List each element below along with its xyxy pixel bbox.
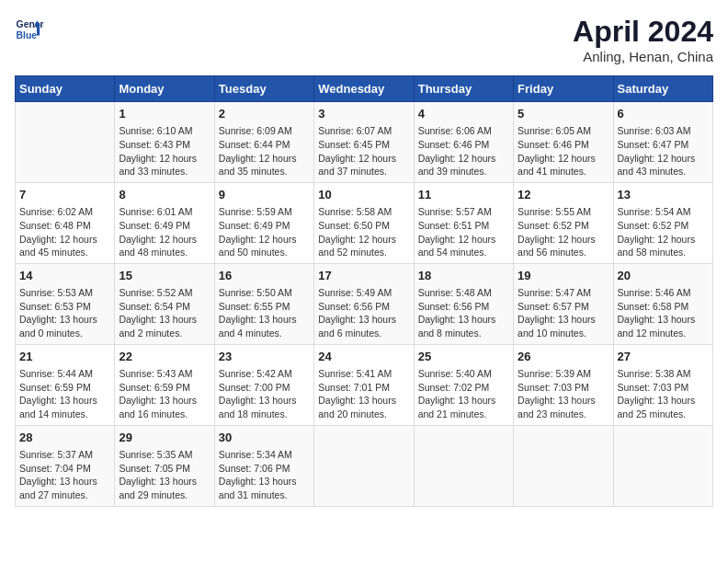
day-info: Sunrise: 5:39 AM Sunset: 7:03 PM Dayligh… xyxy=(518,367,609,421)
day-info: Sunrise: 5:43 AM Sunset: 6:59 PM Dayligh… xyxy=(119,367,210,421)
day-info: Sunrise: 5:47 AM Sunset: 6:57 PM Dayligh… xyxy=(518,286,609,340)
column-header-saturday: Saturday xyxy=(613,76,712,102)
day-info: Sunrise: 5:59 AM Sunset: 6:49 PM Dayligh… xyxy=(219,205,310,259)
day-info: Sunrise: 5:38 AM Sunset: 7:03 PM Dayligh… xyxy=(618,367,709,421)
calendar-cell: 11Sunrise: 5:57 AM Sunset: 6:51 PM Dayli… xyxy=(414,182,513,263)
subtitle: Anling, Henan, China xyxy=(573,49,713,64)
day-info: Sunrise: 6:09 AM Sunset: 6:44 PM Dayligh… xyxy=(219,124,310,178)
day-info: Sunrise: 5:52 AM Sunset: 6:54 PM Dayligh… xyxy=(119,286,210,340)
day-info: Sunrise: 5:54 AM Sunset: 6:52 PM Dayligh… xyxy=(618,205,709,259)
calendar-cell xyxy=(16,102,115,183)
page-header: General Blue April 2024 Anling, Henan, C… xyxy=(15,15,713,64)
day-number: 11 xyxy=(418,187,509,203)
day-info: Sunrise: 6:01 AM Sunset: 6:49 PM Dayligh… xyxy=(119,205,210,259)
calendar-cell xyxy=(514,425,613,506)
day-number: 4 xyxy=(418,106,509,122)
day-info: Sunrise: 5:37 AM Sunset: 7:04 PM Dayligh… xyxy=(19,448,110,502)
column-header-wednesday: Wednesday xyxy=(314,76,414,102)
day-info: Sunrise: 5:41 AM Sunset: 7:01 PM Dayligh… xyxy=(318,367,409,421)
calendar-cell: 16Sunrise: 5:50 AM Sunset: 6:55 PM Dayli… xyxy=(214,263,313,344)
calendar-table: SundayMondayTuesdayWednesdayThursdayFrid… xyxy=(15,75,713,507)
day-number: 6 xyxy=(618,106,709,122)
calendar-cell: 20Sunrise: 5:46 AM Sunset: 6:58 PM Dayli… xyxy=(613,263,712,344)
day-number: 22 xyxy=(119,349,210,365)
calendar-cell: 22Sunrise: 5:43 AM Sunset: 6:59 PM Dayli… xyxy=(115,344,214,425)
calendar-cell xyxy=(613,425,712,506)
day-number: 26 xyxy=(518,349,609,365)
logo: General Blue xyxy=(15,15,44,44)
week-row-5: 28Sunrise: 5:37 AM Sunset: 7:04 PM Dayli… xyxy=(16,425,713,506)
column-header-friday: Friday xyxy=(514,76,613,102)
calendar-cell: 12Sunrise: 5:55 AM Sunset: 6:52 PM Dayli… xyxy=(514,182,613,263)
calendar-cell: 2Sunrise: 6:09 AM Sunset: 6:44 PM Daylig… xyxy=(214,102,313,183)
calendar-cell: 15Sunrise: 5:52 AM Sunset: 6:54 PM Dayli… xyxy=(115,263,214,344)
calendar-cell: 17Sunrise: 5:49 AM Sunset: 6:56 PM Dayli… xyxy=(314,263,414,344)
calendar-cell xyxy=(314,425,414,506)
calendar-cell: 24Sunrise: 5:41 AM Sunset: 7:01 PM Dayli… xyxy=(314,344,414,425)
day-info: Sunrise: 6:02 AM Sunset: 6:48 PM Dayligh… xyxy=(19,205,110,259)
day-number: 19 xyxy=(518,268,609,284)
svg-text:Blue: Blue xyxy=(17,30,38,40)
day-info: Sunrise: 5:50 AM Sunset: 6:55 PM Dayligh… xyxy=(219,286,310,340)
day-number: 5 xyxy=(518,106,609,122)
day-number: 3 xyxy=(318,106,409,122)
day-number: 29 xyxy=(119,430,210,446)
calendar-cell: 14Sunrise: 5:53 AM Sunset: 6:53 PM Dayli… xyxy=(16,263,115,344)
calendar-cell: 30Sunrise: 5:34 AM Sunset: 7:06 PM Dayli… xyxy=(214,425,313,506)
column-header-sunday: Sunday xyxy=(16,76,115,102)
day-info: Sunrise: 5:44 AM Sunset: 6:59 PM Dayligh… xyxy=(19,367,110,421)
day-info: Sunrise: 5:35 AM Sunset: 7:05 PM Dayligh… xyxy=(119,448,210,502)
week-row-4: 21Sunrise: 5:44 AM Sunset: 6:59 PM Dayli… xyxy=(16,344,713,425)
calendar-cell: 23Sunrise: 5:42 AM Sunset: 7:00 PM Dayli… xyxy=(214,344,313,425)
calendar-cell: 5Sunrise: 6:05 AM Sunset: 6:46 PM Daylig… xyxy=(514,102,613,183)
main-title: April 2024 xyxy=(573,15,713,49)
day-info: Sunrise: 5:49 AM Sunset: 6:56 PM Dayligh… xyxy=(318,286,409,340)
day-info: Sunrise: 6:03 AM Sunset: 6:47 PM Dayligh… xyxy=(618,124,709,178)
day-number: 2 xyxy=(219,106,310,122)
column-header-monday: Monday xyxy=(115,76,214,102)
calendar-cell: 8Sunrise: 6:01 AM Sunset: 6:49 PM Daylig… xyxy=(115,182,214,263)
day-number: 24 xyxy=(318,349,409,365)
day-number: 14 xyxy=(19,268,110,284)
calendar-cell: 28Sunrise: 5:37 AM Sunset: 7:04 PM Dayli… xyxy=(16,425,115,506)
column-header-tuesday: Tuesday xyxy=(214,76,313,102)
logo-icon: General Blue xyxy=(15,15,44,44)
day-number: 27 xyxy=(618,349,709,365)
day-number: 28 xyxy=(19,430,110,446)
day-number: 16 xyxy=(219,268,310,284)
day-number: 13 xyxy=(618,187,709,203)
day-info: Sunrise: 6:07 AM Sunset: 6:45 PM Dayligh… xyxy=(318,124,409,178)
day-number: 30 xyxy=(219,430,310,446)
day-info: Sunrise: 5:58 AM Sunset: 6:50 PM Dayligh… xyxy=(318,205,409,259)
day-number: 8 xyxy=(119,187,210,203)
day-number: 23 xyxy=(219,349,310,365)
week-row-3: 14Sunrise: 5:53 AM Sunset: 6:53 PM Dayli… xyxy=(16,263,713,344)
day-info: Sunrise: 5:53 AM Sunset: 6:53 PM Dayligh… xyxy=(19,286,110,340)
week-row-2: 7Sunrise: 6:02 AM Sunset: 6:48 PM Daylig… xyxy=(16,182,713,263)
calendar-cell: 1Sunrise: 6:10 AM Sunset: 6:43 PM Daylig… xyxy=(115,102,214,183)
calendar-cell: 27Sunrise: 5:38 AM Sunset: 7:03 PM Dayli… xyxy=(613,344,712,425)
day-info: Sunrise: 5:40 AM Sunset: 7:02 PM Dayligh… xyxy=(418,367,509,421)
day-number: 15 xyxy=(119,268,210,284)
day-info: Sunrise: 6:10 AM Sunset: 6:43 PM Dayligh… xyxy=(119,124,210,178)
calendar-cell: 4Sunrise: 6:06 AM Sunset: 6:46 PM Daylig… xyxy=(414,102,513,183)
calendar-cell: 10Sunrise: 5:58 AM Sunset: 6:50 PM Dayli… xyxy=(314,182,414,263)
day-info: Sunrise: 5:48 AM Sunset: 6:56 PM Dayligh… xyxy=(418,286,509,340)
day-number: 18 xyxy=(418,268,509,284)
day-info: Sunrise: 5:46 AM Sunset: 6:58 PM Dayligh… xyxy=(618,286,709,340)
day-number: 21 xyxy=(19,349,110,365)
day-number: 1 xyxy=(119,106,210,122)
day-info: Sunrise: 5:42 AM Sunset: 7:00 PM Dayligh… xyxy=(219,367,310,421)
calendar-cell: 13Sunrise: 5:54 AM Sunset: 6:52 PM Dayli… xyxy=(613,182,712,263)
calendar-cell: 7Sunrise: 6:02 AM Sunset: 6:48 PM Daylig… xyxy=(16,182,115,263)
calendar-cell: 3Sunrise: 6:07 AM Sunset: 6:45 PM Daylig… xyxy=(314,102,414,183)
week-row-1: 1Sunrise: 6:10 AM Sunset: 6:43 PM Daylig… xyxy=(16,102,713,183)
calendar-cell: 18Sunrise: 5:48 AM Sunset: 6:56 PM Dayli… xyxy=(414,263,513,344)
day-number: 25 xyxy=(418,349,509,365)
calendar-cell xyxy=(414,425,513,506)
column-headers: SundayMondayTuesdayWednesdayThursdayFrid… xyxy=(16,76,713,102)
day-info: Sunrise: 5:34 AM Sunset: 7:06 PM Dayligh… xyxy=(219,448,310,502)
title-block: April 2024 Anling, Henan, China xyxy=(573,15,713,64)
calendar-cell: 6Sunrise: 6:03 AM Sunset: 6:47 PM Daylig… xyxy=(613,102,712,183)
calendar-cell: 21Sunrise: 5:44 AM Sunset: 6:59 PM Dayli… xyxy=(16,344,115,425)
